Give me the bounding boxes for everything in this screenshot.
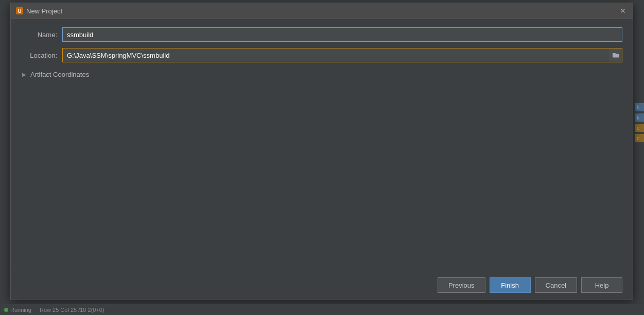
running-indicator [4, 308, 8, 312]
previous-button[interactable]: Previous [438, 277, 485, 293]
help-button[interactable]: Help [581, 277, 622, 293]
name-label: Name: [21, 31, 57, 39]
dialog-titlebar: U New Project ✕ [11, 3, 633, 19]
dialog-close-button[interactable]: ✕ [618, 6, 628, 15]
status-running: Running [4, 307, 31, 313]
status-row-col: Row 25 Col 25 /10 2(0+0) [40, 307, 105, 313]
artifact-label[interactable]: Artifact Coordinates [30, 71, 89, 78]
dialog-title-left: U New Project [16, 7, 62, 15]
new-project-dialog: U New Project ✕ Name: Location: [10, 3, 633, 300]
running-label: Running [10, 307, 31, 313]
finish-button[interactable]: Finish [490, 277, 531, 293]
dialog-content: Name: Location: ▶ Artifact Coordinates [11, 19, 633, 271]
annotation-c2: c [635, 134, 644, 142]
dialog-footer: Previous Finish Cancel Help [11, 271, 633, 299]
location-row: Location: [21, 48, 622, 62]
dialog-title: New Project [26, 7, 62, 15]
annotation-c1: c [635, 124, 644, 132]
right-annotations: k k c c [635, 103, 644, 142]
row-col-text: Row 25 Col 25 /10 2(0+0) [40, 307, 105, 313]
status-bar: Running Row 25 Col 25 /10 2(0+0) [0, 304, 644, 315]
annotation-k1: k [635, 103, 644, 111]
dialog-app-icon: U [16, 7, 23, 14]
artifact-toggle-icon[interactable]: ▶ [21, 72, 27, 78]
folder-icon [612, 52, 619, 58]
browse-button[interactable] [609, 48, 622, 62]
name-row: Name: [21, 27, 622, 42]
name-input[interactable] [62, 27, 622, 42]
location-input[interactable] [62, 48, 622, 62]
location-label: Location: [21, 52, 57, 59]
annotation-k2: k [635, 113, 644, 122]
cancel-button[interactable]: Cancel [535, 277, 577, 293]
artifact-section[interactable]: ▶ Artifact Coordinates [21, 71, 622, 78]
location-input-wrapper [62, 48, 622, 62]
